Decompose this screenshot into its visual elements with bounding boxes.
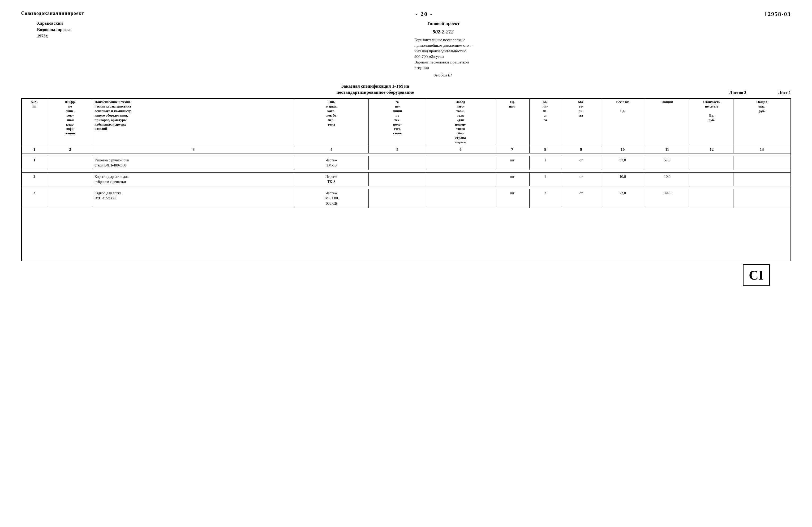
cell-weight-unit-2: 10,0 — [601, 172, 644, 186]
col-header-type: Тип,марка,ката-лог, №чер-тежа — [294, 99, 369, 146]
cell-pp-2: 2 — [21, 172, 47, 186]
table-header-row: №№пп Шифр.пообще-сою-знойклас-сифи-кации… — [21, 99, 791, 146]
cell-factory-2 — [426, 172, 495, 186]
project-info: Типовой проект 902-2-212 Горизонтальные … — [96, 20, 791, 78]
cell-cost-total-2 — [733, 172, 791, 186]
cell-type-1: ЧертежТМ-10 — [294, 156, 369, 170]
cell-cipher-1 — [47, 156, 93, 170]
cell-cipher-2 — [47, 172, 93, 186]
spacer-row-4 — [21, 208, 791, 261]
col-num-4: 4 — [294, 146, 369, 153]
top-header: Союзводоканалниипроект - 20 - 12958-03 — [21, 11, 791, 17]
spacer-row-3 — [21, 186, 791, 189]
cell-cost-unit-3 — [690, 189, 733, 208]
sub-header: ХарьковскийВодоканалпроект1973г. Типовой… — [21, 20, 791, 78]
sheets-row: Листов 2 Лист 1 — [729, 90, 791, 95]
col-header-cost-unit: Стоимостьпо сметеЕд.руб. — [690, 99, 733, 146]
table-row: 1 Решетка с ручной очисткой ВХН-400х600 … — [21, 156, 791, 170]
col-num-10: 10 — [601, 146, 644, 153]
cell-type-3: ЧертежТМ.01.00..000.СБ — [294, 189, 369, 208]
spacer-row-1 — [21, 153, 791, 156]
cell-cost-total-1 — [733, 156, 791, 170]
doc-number: 12958-03 — [764, 11, 791, 17]
sub-org: ХарьковскийВодоканалпроект1973г. — [21, 20, 96, 39]
cell-unit-2: шт — [495, 172, 530, 186]
cell-qty-2: 1 — [529, 172, 561, 186]
cell-pos-3 — [369, 189, 426, 208]
cell-name-3: Задвор для лоткаВхН 455х380 — [93, 189, 294, 208]
cell-qty-1: 1 — [529, 156, 561, 170]
col-num-11: 11 — [644, 146, 690, 153]
table-row: 3 Задвор для лоткаВхН 455х380 ЧертежТМ.0… — [21, 189, 791, 208]
col-num-5: 5 — [369, 146, 426, 153]
col-header-name: Наименование и техни- ческая характерист… — [93, 99, 294, 146]
cell-name-2: Корыто дырчатое дляотбросов с решетки — [93, 172, 294, 186]
col-header-pp: №№пп — [21, 99, 47, 146]
cell-weight-total-2: 10,0 — [644, 172, 690, 186]
cell-mat-2: ст — [561, 172, 601, 186]
page-container: Союзводоканалниипроект - 20 - 12958-03 Х… — [21, 11, 791, 261]
page-number: - 20 - — [416, 11, 433, 17]
cell-pos-1 — [369, 156, 426, 170]
col-num-3: 3 — [93, 146, 294, 153]
table-num-row: 1 2 3 4 5 6 7 8 9 10 11 12 13 — [21, 146, 791, 153]
cell-unit-1: шт — [495, 156, 530, 170]
cell-type-2: ЧертежТК-8 — [294, 172, 369, 186]
col-num-13: 13 — [733, 146, 791, 153]
col-header-weight-unit: Вес в кг.Ед. — [601, 99, 644, 146]
col-num-6: 6 — [426, 146, 495, 153]
table-row: 2 Корыто дырчатое дляотбросов с решетки … — [21, 172, 791, 186]
col-num-7: 7 — [495, 146, 530, 153]
col-num-8: 8 — [529, 146, 561, 153]
cell-unit-3: шт — [495, 189, 530, 208]
cell-cost-unit-2 — [690, 172, 733, 186]
cell-cost-unit-1 — [690, 156, 733, 170]
cell-weight-total-1: 57,0 — [644, 156, 690, 170]
org-name: Союзводоканалниипроект — [21, 11, 84, 16]
col-num-2: 2 — [47, 146, 93, 153]
project-label: Типовой проект — [96, 20, 791, 27]
col-num-9: 9 — [561, 146, 601, 153]
sub-org-name: ХарьковскийВодоканалпроект1973г. — [37, 20, 96, 39]
col-header-cipher: Шифр.пообще-сою-знойклас-сифи-кации — [47, 99, 93, 146]
col-header-pos: №по-зициипотех-ноло-гич.схеме — [369, 99, 426, 146]
cell-pp-3: 3 — [21, 189, 47, 208]
col-header-factory: Заводизго-тови-тель/дляимпор-тногообор.с… — [426, 99, 495, 146]
cell-mat-1: ст — [561, 156, 601, 170]
col-header-weight-total: Общий — [644, 99, 690, 146]
cell-weight-total-3: 144,0 — [644, 189, 690, 208]
sheets-count: Листов 2 — [729, 90, 746, 95]
album-label: Альбом III — [96, 72, 791, 78]
col-header-material: Ма-те-ри-ал — [561, 99, 601, 146]
cell-factory-3 — [426, 189, 495, 208]
cell-cost-total-3 — [733, 189, 791, 208]
cell-pp-1: 1 — [21, 156, 47, 170]
col-num-1: 1 — [21, 146, 47, 153]
project-number: 902-2-212 — [96, 28, 791, 36]
cell-weight-unit-1: 57,0 — [601, 156, 644, 170]
cell-weight-unit-3: 72,0 — [601, 189, 644, 208]
spacer-row-2 — [21, 170, 791, 172]
cell-name-1: Решетка с ручной очисткой ВХН-400х600 — [93, 156, 294, 170]
cell-mat-3: ст — [561, 189, 601, 208]
cell-factory-1 — [426, 156, 495, 170]
spec-title: Заказная спецификация 1-ТМ на нестандарт… — [21, 83, 729, 96]
col-num-12: 12 — [690, 146, 733, 153]
ci-stamp: СI — [743, 264, 770, 286]
col-header-cost-total: Общаятыс.руб. — [733, 99, 791, 146]
cell-pos-2 — [369, 172, 426, 186]
col-header-unit: Ед.изм. — [495, 99, 530, 146]
cell-cipher-3 — [47, 189, 93, 208]
main-table: №№пп Шифр.пообще-сою-знойклас-сифи-кации… — [21, 98, 791, 261]
cell-qty-3: 2 — [529, 189, 561, 208]
project-description: Горизонтальные песколовки с прямолинейны… — [415, 37, 472, 71]
col-header-qty: Ко-ли-че-ство — [529, 99, 561, 146]
sheet-current: Лист 1 — [778, 90, 791, 95]
